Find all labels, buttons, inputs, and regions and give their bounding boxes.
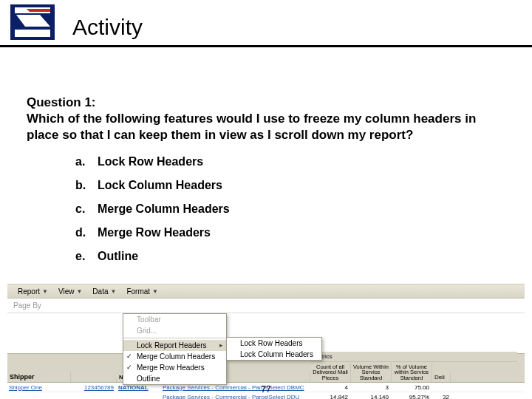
choice-a: a.Lock Row Headers bbox=[75, 155, 230, 168]
col-metric-3: % of Volume within Service Standard bbox=[392, 363, 432, 383]
choice-d: d.Merge Row Headers bbox=[75, 226, 230, 239]
menu-separator bbox=[123, 338, 226, 338]
svg-marker-4 bbox=[27, 9, 50, 12]
report-screenshot: Report▼ View▼ Data▼ Format▼ Page By Tool… bbox=[7, 284, 525, 399]
toolbar-report[interactable]: Report▼ bbox=[13, 287, 52, 296]
menu-outline[interactable]: Outline bbox=[123, 373, 226, 384]
chevron-down-icon: ▼ bbox=[110, 288, 116, 295]
choice-c: c.Merge Column Headers bbox=[75, 202, 230, 216]
toolbar-format[interactable]: Format▼ bbox=[122, 287, 163, 296]
page-number: 77 bbox=[0, 384, 532, 395]
format-dropdown: Toolbar Grid... Lock Report Headers Merg… bbox=[123, 313, 227, 385]
report-toolbar: Report▼ View▼ Data▼ Format▼ bbox=[7, 284, 525, 299]
menu-lock-headers[interactable]: Lock Report Headers bbox=[123, 340, 226, 351]
chevron-down-icon: ▼ bbox=[76, 288, 82, 295]
menu-toolbar[interactable]: Toolbar bbox=[123, 314, 226, 325]
flyout-lock-row-headers[interactable]: Lock Row Headers bbox=[227, 338, 321, 349]
question-label: Question 1: bbox=[27, 95, 96, 109]
toolbar-view[interactable]: View▼ bbox=[54, 287, 86, 296]
menu-merge-column-headers[interactable]: Merge Column Headers bbox=[123, 351, 226, 362]
slide-title: Activity bbox=[72, 15, 143, 40]
col-metric-4: Deli bbox=[432, 372, 451, 382]
col-metric-1: Count of all Delivered Mail Pieces bbox=[310, 363, 351, 383]
header: Activity bbox=[0, 0, 532, 47]
choice-e: e.Outline bbox=[75, 250, 230, 263]
question-block: Question 1: Which of the following featu… bbox=[27, 95, 507, 143]
svg-rect-1 bbox=[15, 30, 50, 37]
col-shipper: Shipper bbox=[7, 372, 71, 382]
choices-list: a.Lock Row Headers b.Lock Column Headers… bbox=[75, 155, 230, 273]
chevron-down-icon: ▼ bbox=[42, 288, 48, 295]
usps-logo-icon bbox=[10, 4, 55, 40]
col-metric-2: Volume Within Service Standard bbox=[351, 363, 392, 383]
chevron-down-icon: ▼ bbox=[152, 288, 158, 295]
question-text: Which of the following features would I … bbox=[27, 112, 476, 142]
metrics-group-label: Metrics bbox=[310, 352, 517, 362]
toolbar-data[interactable]: Data▼ bbox=[88, 287, 120, 296]
menu-grid[interactable]: Grid... bbox=[123, 325, 226, 336]
choice-b: b.Lock Column Headers bbox=[75, 179, 230, 192]
page-by-label: Page By bbox=[13, 301, 41, 310]
flyout-lock-column-headers[interactable]: Lock Column Headers bbox=[227, 349, 321, 360]
lock-headers-flyout: Lock Row Headers Lock Column Headers bbox=[226, 337, 322, 361]
page-by-row: Page By bbox=[7, 299, 525, 313]
col-blank bbox=[71, 379, 117, 382]
menu-merge-row-headers[interactable]: Merge Row Headers bbox=[123, 362, 226, 373]
